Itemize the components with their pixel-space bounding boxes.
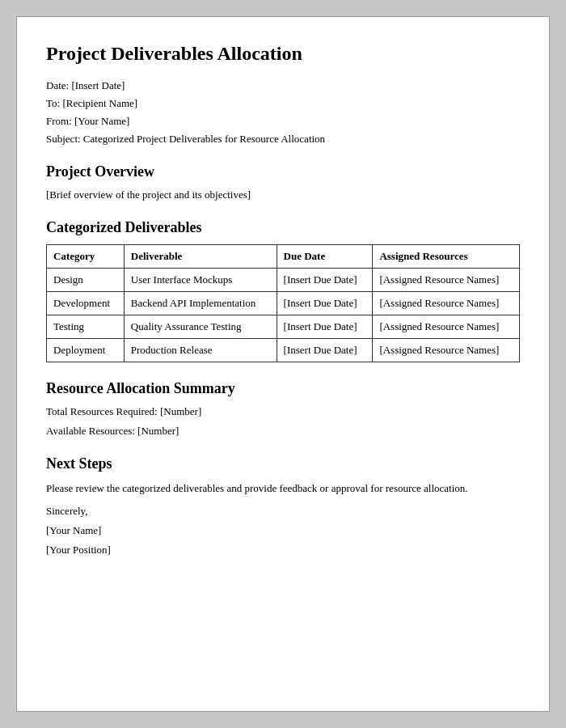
table-body: DesignUser Interface Mockups[Insert Due … [47, 269, 520, 362]
categorized-deliverables-heading: Categorized Deliverables [46, 219, 520, 236]
project-overview-text: [Brief overview of the project and its o… [46, 188, 520, 201]
cell-deliverable: Quality Assurance Testing [124, 315, 277, 339]
table-row: DevelopmentBackend API Implementation[In… [47, 292, 520, 315]
resource-allocation-heading: Resource Allocation Summary [46, 380, 520, 397]
available-resources-text: Available Resources: [Number] [46, 425, 520, 438]
total-resources-text: Total Resources Required: [Number] [46, 405, 520, 418]
cell-resources: [Assigned Resource Names] [373, 315, 520, 339]
cell-due-date: [Insert Due Date] [277, 269, 373, 292]
cell-category: Development [47, 292, 125, 315]
to-line: To: [Recipient Name] [46, 97, 520, 110]
cell-due-date: [Insert Due Date] [277, 292, 373, 315]
next-steps-text: Please review the categorized deliverabl… [46, 480, 520, 497]
cell-resources: [Assigned Resource Names] [373, 269, 520, 292]
your-name-line: [Your Name] [46, 524, 520, 537]
your-position-line: [Your Position] [46, 544, 520, 557]
document-page: Project Deliverables Allocation Date: [I… [16, 16, 550, 712]
cell-due-date: [Insert Due Date] [277, 315, 373, 339]
project-overview-heading: Project Overview [46, 163, 520, 180]
cell-resources: [Assigned Resource Names] [373, 292, 520, 315]
col-header-deliverable: Deliverable [124, 245, 277, 269]
col-header-category: Category [47, 245, 125, 269]
subject-line: Subject: Categorized Project Deliverable… [46, 133, 520, 146]
cell-category: Deployment [47, 339, 125, 362]
table-row: TestingQuality Assurance Testing[Insert … [47, 315, 520, 339]
cell-resources: [Assigned Resource Names] [373, 339, 520, 362]
cell-category: Testing [47, 315, 125, 339]
from-line: From: [Your Name] [46, 115, 520, 128]
cell-due-date: [Insert Due Date] [277, 339, 373, 362]
page-title: Project Deliverables Allocation [46, 43, 520, 65]
cell-deliverable: Backend API Implementation [124, 292, 277, 315]
col-header-due-date: Due Date [277, 245, 373, 269]
table-row: DesignUser Interface Mockups[Insert Due … [47, 269, 520, 292]
table-header-row: Category Deliverable Due Date Assigned R… [47, 245, 520, 269]
sincerely-line: Sincerely, [46, 505, 520, 518]
col-header-resources: Assigned Resources [373, 245, 520, 269]
cell-deliverable: User Interface Mockups [124, 269, 277, 292]
cell-deliverable: Production Release [124, 339, 277, 362]
cell-category: Design [47, 269, 125, 292]
table-row: DeploymentProduction Release[Insert Due … [47, 339, 520, 362]
deliverables-table: Category Deliverable Due Date Assigned R… [46, 244, 520, 362]
date-line: Date: [Insert Date] [46, 79, 520, 92]
next-steps-heading: Next Steps [46, 455, 520, 472]
